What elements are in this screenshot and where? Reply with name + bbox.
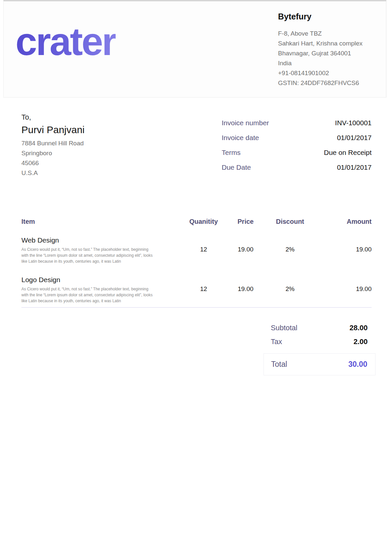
tax-row: Tax 2.00 (264, 335, 376, 349)
header-price: Price (223, 218, 268, 225)
invoice-header: crater Bytefury F-8, Above TBZ Sahkari H… (3, 0, 386, 98)
due-date-label: Due Date (222, 163, 251, 171)
company-address-line: India (278, 58, 363, 68)
invoice-number-value: INV-100001 (335, 119, 372, 127)
item-discount: 2% (268, 236, 312, 264)
item-description: As Cicero would put it, “Um, not so fast… (21, 286, 161, 304)
due-date-value: 01/01/2017 (337, 163, 372, 171)
totals-section: Subtotal 28.00 Tax 2.00 Total 30.00 (264, 321, 376, 375)
terms-label: Terms (222, 149, 240, 157)
invoice-body: To, Purvi Panjvani 7884 Bunnel Hill Road… (0, 113, 392, 375)
meta-row-terms: Terms Due on Receipt (222, 145, 372, 160)
meta-row-invoice-number: Invoice number INV-100001 (222, 115, 372, 130)
header-discount: Discount (268, 218, 312, 225)
total-value: 30.00 (348, 360, 367, 369)
subtotal-value: 28.00 (350, 324, 368, 332)
tax-label: Tax (271, 337, 282, 346)
item-description: As Cicero would put it, “Um, not so fast… (21, 247, 161, 264)
invoice-meta: Invoice number INV-100001 Invoice date 0… (222, 115, 372, 178)
item-price: 19.00 (223, 276, 268, 304)
table-row: Logo Design As Cicero would put it, “Um,… (21, 276, 372, 304)
item-price: 19.00 (223, 236, 268, 264)
meta-row-due-date: Due Date 01/01/2017 (222, 160, 372, 175)
item-amount: 19.00 (312, 236, 372, 264)
tax-value: 2.00 (353, 337, 368, 346)
terms-value: Due on Receipt (324, 149, 372, 157)
customer-address-line: 7884 Bunnel Hill Road (21, 138, 85, 148)
customer-name: Purvi Panjvani (21, 123, 85, 136)
meta-row-invoice-date: Invoice date 01/01/2017 (222, 130, 372, 145)
bill-to-intro: To, (21, 113, 85, 122)
customer-address-line: 45066 (21, 158, 85, 168)
item-discount: 2% (268, 276, 312, 304)
company-gstin: GSTIN: 24DDF7682FHVCS6 (278, 78, 363, 88)
bill-to-block: To, Purvi Panjvani 7884 Bunnel Hill Road… (21, 113, 85, 178)
invoice-date-value: 01/01/2017 (337, 134, 372, 142)
subtotal-row: Subtotal 28.00 (264, 321, 376, 335)
header-item: Item (21, 218, 184, 225)
items-table: Item Quanitity Price Discount Amount Web… (21, 218, 372, 308)
header-amount: Amount (312, 218, 372, 225)
items-table-header: Item Quanitity Price Discount Amount (21, 218, 372, 225)
company-address-line: Bhavnagar, Gujrat 364001 (278, 48, 363, 58)
customer-address-line: U.S.A (21, 168, 85, 178)
company-address-line: F-8, Above TBZ (278, 29, 363, 39)
item-amount: 19.00 (312, 276, 372, 304)
item-quantity: 12 (184, 276, 223, 304)
item-cell: Logo Design As Cicero would put it, “Um,… (21, 276, 184, 304)
invoice-date-label: Invoice date (222, 134, 259, 142)
item-quantity: 12 (184, 236, 223, 264)
subtotal-label: Subtotal (271, 324, 297, 332)
total-box: Total 30.00 (264, 353, 376, 375)
company-info: Bytefury F-8, Above TBZ Sahkari Hart, Kr… (278, 12, 363, 88)
parties-section: To, Purvi Panjvani 7884 Bunnel Hill Road… (21, 113, 372, 178)
total-label: Total (271, 360, 287, 369)
crater-logo: crater (15, 20, 116, 63)
table-row: Web Design As Cicero would put it, “Um, … (21, 236, 372, 264)
invoice-number-label: Invoice number (222, 119, 269, 127)
company-address-line: Sahkari Hart, Krishna complex (278, 39, 363, 48)
header-quantity: Quanitity (184, 218, 223, 225)
company-phone: +91-08141901002 (278, 68, 363, 78)
item-name: Web Design (21, 236, 184, 245)
customer-address-line: Springboro (21, 148, 85, 158)
item-name: Logo Design (21, 276, 184, 284)
item-cell: Web Design As Cicero would put it, “Um, … (21, 236, 184, 264)
company-name: Bytefury (278, 12, 363, 21)
items-divider (21, 307, 372, 308)
